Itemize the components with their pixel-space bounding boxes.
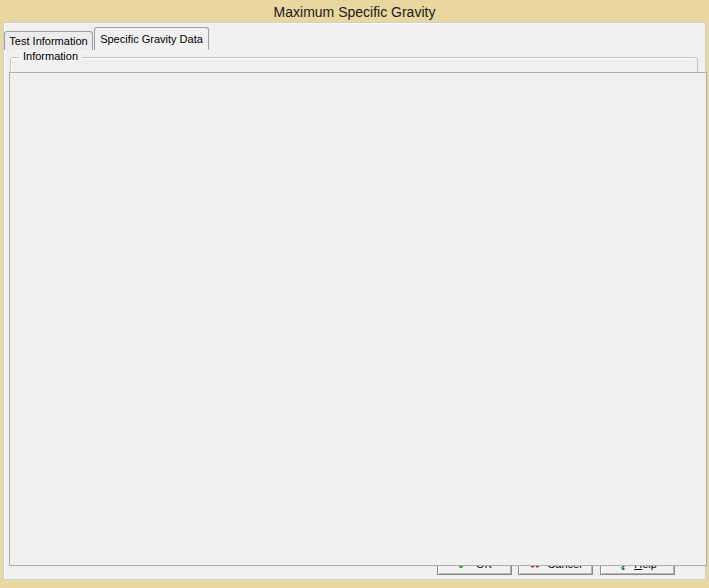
- tab-specific-gravity-data-label: Specific Gravity Data: [100, 33, 203, 45]
- tab-specific-gravity-data[interactable]: Specific Gravity Data: [94, 27, 209, 50]
- dialog-body: [3, 22, 706, 580]
- information-group-legend: Information: [19, 50, 82, 62]
- window: Maximum Specific Gravity Test Informatio…: [0, 0, 709, 588]
- tab-test-information-label: Test Information: [9, 35, 87, 47]
- page-title: Maximum Specific Gravity: [0, 4, 709, 20]
- tab-panel: [9, 72, 707, 566]
- tab-test-information[interactable]: Test Information: [4, 31, 93, 50]
